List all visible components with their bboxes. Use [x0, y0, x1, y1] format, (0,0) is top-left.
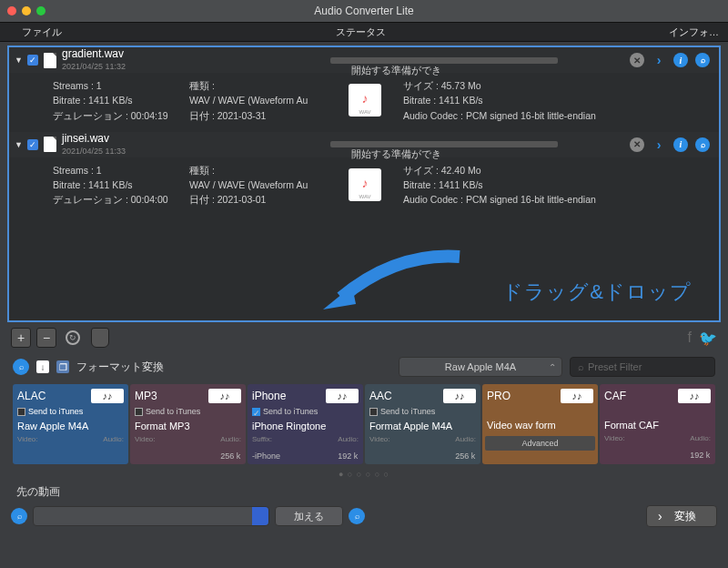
- streams: Streams : 1: [53, 78, 189, 93]
- file-date: 2021/04/25 11:33: [62, 147, 330, 156]
- format-row: ⌕ ↓ ❐ フォーマット変換 Raw Apple M4A ⌕ Preset Fi…: [0, 353, 728, 384]
- duration: デュレーション : 00:04:19: [53, 108, 189, 123]
- date-label: 日付 : 2021-03-31: [189, 108, 349, 123]
- progress-bar: [330, 57, 558, 64]
- reveal-button[interactable]: ⌕: [695, 53, 710, 67]
- trash-button[interactable]: [91, 328, 109, 348]
- send-to-itunes-checkbox[interactable]: ✓Send to iTunes: [252, 407, 359, 416]
- date-label: 日付 : 2021-03-01: [189, 192, 349, 207]
- reveal-destination-icon[interactable]: ⌕: [349, 508, 365, 524]
- status-text: 開始する準備ができ: [351, 64, 441, 77]
- cancel-button[interactable]: ✕: [630, 53, 644, 67]
- info-button[interactable]: i: [673, 137, 688, 152]
- duration: デュレーション : 00:04:00: [53, 192, 189, 207]
- music-icon: ♪♪: [91, 389, 124, 403]
- list-toolbar: + − ↻ f 🐦: [0, 322, 728, 353]
- document-icon[interactable]: ❐: [56, 360, 69, 373]
- titlebar: Audio Converter Lite: [0, 0, 728, 22]
- bitrate2: Bitrate : 1411 KB/s: [403, 178, 712, 192]
- kind: WAV / WAVE (Waveform Au: [189, 178, 349, 192]
- destination-select[interactable]: ▲▼: [33, 506, 269, 526]
- cancel-button[interactable]: ✕: [630, 137, 644, 152]
- send-to-itunes-checkbox[interactable]: Send to iTunes: [135, 407, 241, 416]
- format-label: フォーマット変換: [76, 360, 164, 375]
- kind: WAV / WAVE (Waveform Au: [189, 93, 349, 107]
- svg-marker-0: [323, 286, 356, 309]
- col-file[interactable]: ファイル: [22, 25, 336, 39]
- preset-card-pro[interactable]: PRO♪♪ Video wav form Advanced: [482, 384, 598, 464]
- status-text: 開始する準備ができ: [351, 147, 441, 161]
- convert-button[interactable]: 変換: [646, 505, 717, 527]
- preset-cards: ALAC♪♪ Send to iTunes Raw Apple M4A Vide…: [0, 384, 728, 464]
- progress-bar: [330, 141, 558, 147]
- download-icon[interactable]: ↓: [36, 360, 49, 373]
- preset-filter-input[interactable]: ⌕ Preset Filter: [570, 357, 715, 377]
- file-drop-zone[interactable]: ▼ ✓ gradient.wav 2021/04/25 11:32 開始する準備…: [7, 46, 721, 322]
- file-row[interactable]: ▼ ✓ gradient.wav 2021/04/25 11:32 開始する準備…: [9, 47, 719, 73]
- disclosure-icon[interactable]: ▼: [15, 140, 24, 149]
- refresh-button[interactable]: ↻: [66, 330, 80, 345]
- file-icon: [44, 137, 56, 152]
- destination-label: 先の動画: [0, 484, 728, 500]
- file-name: jinsei.wav: [62, 133, 330, 146]
- streams: Streams : 1: [53, 163, 189, 178]
- arrow-annotation: [323, 248, 469, 311]
- codec: Audio Codec : PCM signed 16-bit little-e…: [403, 108, 712, 123]
- file-name: gradient.wav: [62, 48, 330, 61]
- preset-card-alac[interactable]: ALAC♪♪ Send to iTunes Raw Apple M4A Vide…: [13, 384, 128, 464]
- bitrate: Bitrate : 1411 KB/s: [53, 93, 189, 107]
- checkbox[interactable]: ✓: [27, 139, 38, 150]
- remove-button[interactable]: −: [36, 328, 56, 348]
- preset-card-aac[interactable]: AAC♪♪ Send to iTunes Format Apple M4A Vi…: [365, 384, 480, 464]
- thumbnail-icon: WAV: [349, 168, 381, 201]
- col-info[interactable]: インフォ…: [669, 25, 728, 39]
- codec: Audio Codec : PCM signed 16-bit little-e…: [403, 192, 712, 207]
- page-indicator[interactable]: ● ○ ○ ○ ○ ○: [0, 464, 728, 484]
- twitter-icon[interactable]: 🐦: [699, 330, 717, 347]
- send-to-itunes-checkbox[interactable]: Send to iTunes: [17, 407, 124, 416]
- dragdrop-hint: ドラッグ&ドロップ: [502, 279, 692, 306]
- file-icon: [44, 53, 56, 68]
- bitrate2: Bitrate : 1411 KB/s: [403, 93, 712, 107]
- add-destination-button[interactable]: 加える: [275, 506, 343, 526]
- chevron-right-icon[interactable]: ›: [652, 137, 666, 152]
- size: サイズ : 45.73 Mo: [403, 78, 712, 93]
- facebook-icon[interactable]: f: [688, 330, 692, 347]
- col-status[interactable]: ステータス: [336, 25, 669, 39]
- checkbox[interactable]: ✓: [27, 55, 38, 66]
- file-date: 2021/04/25 11:32: [62, 62, 330, 71]
- kind-label: 種類 :: [189, 78, 349, 93]
- window-title: Audio Converter Lite: [0, 5, 728, 17]
- column-headers: ファイル ステータス インフォ…: [0, 22, 728, 42]
- music-icon: ♪♪: [208, 389, 241, 403]
- bitrate: Bitrate : 1411 KB/s: [53, 178, 189, 192]
- disclosure-icon[interactable]: ▼: [15, 56, 24, 65]
- file-details: Streams : 1 Bitrate : 1411 KB/s デュレーション …: [9, 73, 719, 132]
- send-to-itunes-checkbox[interactable]: Send to iTunes: [369, 407, 476, 416]
- advanced-button[interactable]: Advanced: [485, 436, 595, 451]
- reveal-button[interactable]: ⌕: [695, 137, 710, 152]
- preset-card-caf[interactable]: CAF♪♪ Format CAF Video:Audio:192 k: [600, 384, 715, 464]
- preset-card-mp3[interactable]: MP3♪♪ Send to iTunes Format MP3 Video:Au…: [130, 384, 246, 464]
- chevron-right-icon[interactable]: ›: [652, 53, 666, 67]
- size: サイズ : 42.40 Mo: [403, 163, 712, 178]
- add-button[interactable]: +: [11, 328, 31, 348]
- format-select[interactable]: Raw Apple M4A: [399, 357, 562, 377]
- thumbnail-icon: WAV: [349, 84, 381, 117]
- bottom-row: ⌕ ▲▼ 加える ⌕ 変換: [0, 500, 728, 532]
- file-details: Streams : 1 Bitrate : 1411 KB/s デュレーション …: [9, 157, 719, 217]
- app-window: Audio Converter Lite ファイル ステータス インフォ… ▼ …: [0, 0, 728, 568]
- preset-card-iphone[interactable]: iPhone♪♪ ✓Send to iTunes iPhone Ringtone…: [248, 384, 363, 464]
- kind-label: 種類 :: [189, 163, 349, 178]
- info-button[interactable]: i: [673, 53, 688, 67]
- search-destination-icon[interactable]: ⌕: [11, 508, 27, 524]
- search-icon[interactable]: ⌕: [13, 359, 29, 375]
- file-row[interactable]: ▼ ✓ jinsei.wav 2021/04/25 11:33 開始する準備がで…: [9, 132, 719, 157]
